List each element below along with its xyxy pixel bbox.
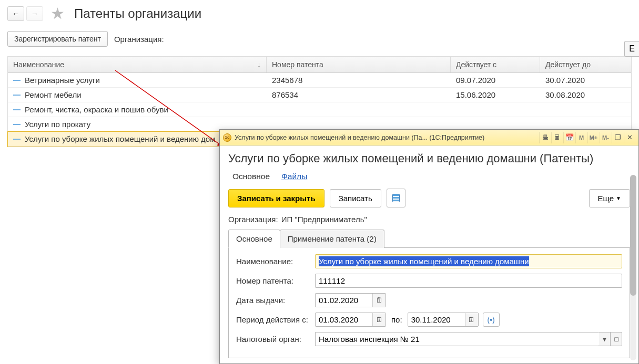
item-icon (13, 139, 21, 140)
org-value: ИП "Предприниматель" (281, 215, 367, 224)
item-icon (13, 109, 21, 110)
calc-icon[interactable]: 🖩 (551, 132, 563, 143)
save-button[interactable]: Записать (330, 189, 381, 207)
structure-icon (392, 194, 400, 202)
patent-form-window: 1c Услуги по уборке жилых помещений и ве… (219, 129, 639, 364)
table-row[interactable]: Ремонт мебели 876534 15.06.2020 30.08.20… (8, 88, 631, 102)
calendar-icon[interactable]: 📅 (563, 132, 575, 143)
app-logo-icon: 1c (223, 133, 231, 142)
page-title: Патенты организации (74, 6, 201, 21)
save-and-close-button[interactable]: Записать и закрыть (228, 189, 324, 207)
organization-label: Организация: (114, 35, 164, 44)
nav-back-button[interactable]: ← (7, 6, 24, 21)
m-button[interactable]: M (575, 132, 587, 143)
tab-files-link[interactable]: Файлы (281, 172, 307, 181)
m-minus-button[interactable]: M- (600, 132, 611, 143)
item-icon (13, 124, 21, 125)
restore-icon[interactable]: ❐ (612, 132, 623, 143)
close-icon[interactable]: ✕ (624, 132, 635, 143)
arrow-right-icon: → (31, 9, 38, 18)
number-label: Номер патента: (236, 276, 315, 285)
item-icon (13, 95, 21, 96)
period-to-label: по: (391, 315, 402, 324)
column-header-from[interactable]: Действует с (451, 57, 540, 72)
chevron-down-icon: ▼ (616, 195, 621, 201)
table-row[interactable]: Ветринарные услуги 2345678 09.07.2020 30… (8, 73, 631, 88)
more-button[interactable]: Еще ▼ (589, 189, 630, 207)
org-label: Организация: (228, 215, 278, 224)
item-icon (13, 80, 21, 81)
register-patent-button[interactable]: Зарегистрировать патент (7, 31, 108, 47)
column-header-name[interactable]: Наименование ↓ (8, 57, 267, 72)
calendar-picker-icon[interactable]: 🗓 (465, 313, 478, 326)
nav-forward-button[interactable]: → (26, 6, 43, 21)
favorite-star-icon[interactable]: ★ (50, 4, 65, 23)
tab-main[interactable]: Основное (228, 230, 280, 248)
sort-indicator-icon: ↓ (257, 60, 261, 69)
dropdown-icon[interactable]: ▼ (599, 332, 611, 346)
arrow-left-icon: ← (12, 9, 19, 18)
form-title: Услуги по уборке жилых помещений и веден… (228, 152, 630, 165)
scrollbar[interactable] (630, 175, 636, 360)
name-input[interactable]: Услуги по уборке жилых помещений и веден… (315, 254, 622, 268)
table-row[interactable]: Ремонт, чистка, окраска и пошив обуви (8, 102, 631, 117)
period-helper-button[interactable]: (•) (483, 313, 500, 327)
calendar-picker-icon[interactable]: 🗓 (372, 313, 386, 326)
name-label: Наименование: (236, 257, 315, 266)
open-ref-icon[interactable]: ▢ (611, 332, 622, 346)
scrollbar-thumb[interactable] (630, 175, 636, 296)
tax-label: Налоговый орган: (236, 335, 315, 344)
column-header-number[interactable]: Номер патента (267, 57, 451, 72)
structure-button[interactable] (387, 189, 405, 207)
tab-main-link[interactable]: Основное (232, 172, 270, 181)
column-header-to[interactable]: Действует до (540, 57, 631, 72)
more-button-top[interactable]: Е (624, 41, 639, 57)
print-icon[interactable]: 🖶 (539, 132, 551, 143)
period-label: Период действия с: (236, 315, 315, 324)
m-plus-button[interactable]: M+ (587, 132, 599, 143)
number-input[interactable] (315, 274, 622, 288)
tab-apply[interactable]: Применение патента (2) (280, 230, 384, 248)
tax-authority-input[interactable] (315, 332, 599, 346)
window-title: Услуги по уборке жилых помещений и веден… (235, 134, 484, 141)
window-titlebar[interactable]: 1c Услуги по уборке жилых помещений и ве… (220, 130, 638, 145)
calendar-picker-icon[interactable]: 🗓 (372, 294, 386, 307)
date-label: Дата выдачи: (236, 296, 315, 305)
